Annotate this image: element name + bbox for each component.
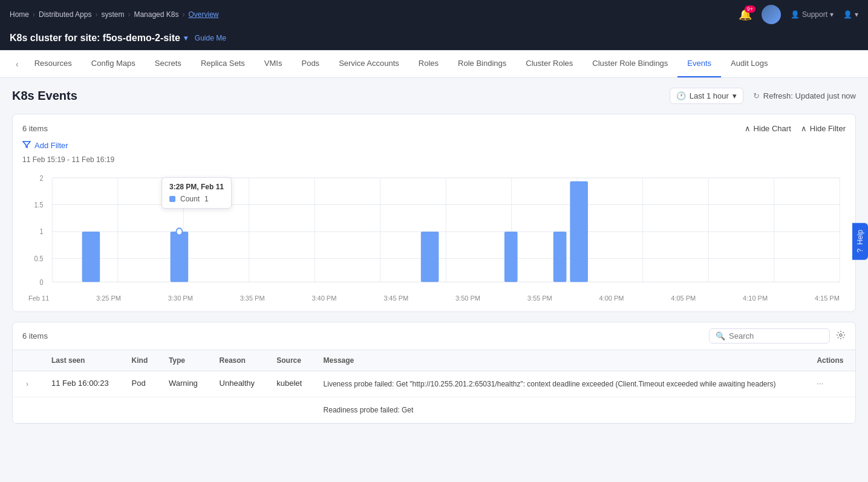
chart-card: 6 items ∧ Hide Chart ∧ Hide Filter Add F… bbox=[12, 114, 856, 312]
hide-filter-label: Hide Filter bbox=[810, 124, 846, 133]
settings-button[interactable] bbox=[836, 330, 846, 342]
refresh-button[interactable]: ↻ Refresh: Updated just now bbox=[753, 91, 856, 100]
search-box: 🔍 bbox=[709, 328, 830, 344]
svg-text:0: 0 bbox=[39, 278, 43, 286]
svg-rect-26 bbox=[421, 232, 439, 282]
cell-message: Liveness probe failed: Get "http://10.25… bbox=[314, 371, 808, 397]
x-label-6: 3:50 PM bbox=[455, 295, 480, 302]
cluster-title: K8s cluster for site: f5os-demo-2-site ▾ bbox=[10, 33, 188, 44]
x-label-11: 4:15 PM bbox=[815, 295, 840, 302]
svg-rect-27 bbox=[504, 232, 518, 282]
support-icon: 👤 bbox=[791, 10, 800, 19]
svg-rect-23 bbox=[82, 232, 100, 282]
guide-me-button[interactable]: Guide Me bbox=[195, 34, 226, 42]
cell-type: Warning bbox=[159, 371, 210, 397]
x-label-1: 3:25 PM bbox=[96, 295, 121, 302]
tab-config-maps[interactable]: Config Maps bbox=[82, 50, 145, 77]
tab-vmis[interactable]: VMIs bbox=[255, 50, 292, 77]
tab-pods[interactable]: Pods bbox=[292, 50, 329, 77]
svg-text:1.5: 1.5 bbox=[34, 201, 43, 209]
col-last-seen: Last seen bbox=[42, 350, 122, 371]
x-label-7: 3:55 PM bbox=[527, 295, 552, 302]
filter-icon bbox=[22, 140, 31, 151]
user-button[interactable]: 👤 ▾ bbox=[843, 10, 858, 19]
question-icon: ? bbox=[856, 249, 864, 253]
chart-items-count: 6 items bbox=[22, 124, 48, 133]
cell-actions-2 bbox=[807, 397, 855, 423]
hide-chart-button[interactable]: ∧ Hide Chart bbox=[745, 124, 791, 133]
table-controls: 🔍 bbox=[709, 328, 846, 344]
col-reason: Reason bbox=[210, 350, 267, 371]
col-type: Type bbox=[159, 350, 210, 371]
notifications-button[interactable]: 🔔 9+ bbox=[739, 8, 752, 21]
time-filter-label: Last 1 hour bbox=[690, 91, 729, 100]
main-content: K8s Events 🕐 Last 1 hour ▾ ↻ Refresh: Up… bbox=[0, 78, 868, 434]
svg-rect-29 bbox=[570, 181, 588, 282]
tab-roles[interactable]: Roles bbox=[409, 50, 448, 77]
support-button[interactable]: 👤 Support ▾ bbox=[791, 10, 834, 19]
col-actions: Actions bbox=[807, 350, 855, 371]
cell-reason-2 bbox=[210, 397, 267, 423]
table-section: 6 items 🔍 Last seen Ki bbox=[12, 322, 856, 424]
breadcrumb-home[interactable]: Home bbox=[10, 10, 29, 19]
tab-cluster-role-bindings[interactable]: Cluster Role Bindings bbox=[582, 50, 677, 77]
page-header: K8s Events 🕐 Last 1 hour ▾ ↻ Refresh: Up… bbox=[12, 88, 856, 104]
expand-row-button[interactable]: › bbox=[22, 379, 32, 389]
sep3: › bbox=[128, 10, 130, 19]
x-label-3: 3:35 PM bbox=[240, 295, 265, 302]
tab-service-accounts[interactable]: Service Accounts bbox=[329, 50, 409, 77]
table-row: Readiness probe failed: Get bbox=[13, 397, 855, 423]
nav-tabs: ‹ Resources Config Maps Secrets Replica … bbox=[0, 50, 868, 78]
notification-badge: 9+ bbox=[745, 5, 755, 13]
svg-point-25 bbox=[176, 228, 182, 235]
user-icon: 👤 bbox=[843, 10, 852, 19]
page-actions: 🕐 Last 1 hour ▾ ↻ Refresh: Updated just … bbox=[670, 88, 856, 104]
breadcrumb-overview[interactable]: Overview bbox=[188, 10, 218, 19]
refresh-icon: ↻ bbox=[753, 91, 760, 100]
cell-source: kubelet bbox=[267, 371, 313, 397]
sep4: › bbox=[182, 10, 184, 19]
tab-role-bindings[interactable]: Role Bindings bbox=[448, 50, 516, 77]
x-label-10: 4:10 PM bbox=[743, 295, 768, 302]
x-label-0: Feb 11 bbox=[28, 295, 49, 302]
x-label-9: 4:05 PM bbox=[671, 295, 696, 302]
tab-replica-sets[interactable]: Replica Sets bbox=[191, 50, 255, 77]
refresh-label: Refresh: Updated just now bbox=[763, 91, 856, 100]
tab-events[interactable]: Events bbox=[677, 50, 721, 77]
x-label-8: 4:00 PM bbox=[599, 295, 624, 302]
breadcrumb-system[interactable]: system bbox=[101, 10, 124, 19]
help-button[interactable]: ? Help bbox=[852, 223, 868, 259]
avatar[interactable] bbox=[762, 5, 781, 24]
search-input[interactable] bbox=[729, 331, 823, 340]
breadcrumb: Home › Distributed Apps › system › Manag… bbox=[10, 10, 219, 19]
table-row: › 11 Feb 16:00:23 Pod Warning Unhealthy … bbox=[13, 371, 855, 397]
table-header: Last seen Kind Type Reason Source Messag… bbox=[13, 350, 855, 371]
svg-rect-28 bbox=[553, 232, 567, 282]
chart-x-labels: Feb 11 3:25 PM 3:30 PM 3:35 PM 3:40 PM 3… bbox=[22, 295, 846, 302]
add-filter-button[interactable]: Add Filter bbox=[22, 140, 68, 151]
support-label: Support bbox=[802, 10, 827, 19]
time-filter-button[interactable]: 🕐 Last 1 hour ▾ bbox=[670, 88, 743, 104]
hide-filter-button[interactable]: ∧ Hide Filter bbox=[801, 124, 846, 133]
tab-audit-logs[interactable]: Audit Logs bbox=[721, 50, 777, 77]
hide-chart-label: Hide Chart bbox=[754, 124, 791, 133]
breadcrumb-managed[interactable]: Managed K8s bbox=[134, 10, 178, 19]
tab-secrets[interactable]: Secrets bbox=[145, 50, 191, 77]
card-actions: ∧ Hide Chart ∧ Hide Filter bbox=[745, 124, 846, 133]
svg-text:2: 2 bbox=[39, 174, 43, 182]
sep2: › bbox=[95, 10, 97, 19]
breadcrumb-distributed[interactable]: Distributed Apps bbox=[39, 10, 91, 19]
tab-cluster-roles[interactable]: Cluster Roles bbox=[516, 50, 582, 77]
tab-resources[interactable]: Resources bbox=[25, 50, 82, 77]
user-chevron: ▾ bbox=[855, 10, 858, 19]
svg-text:1: 1 bbox=[39, 228, 43, 236]
col-source: Source bbox=[267, 350, 313, 371]
cell-last-seen-2 bbox=[42, 397, 122, 423]
nav-left-arrow[interactable]: ‹ bbox=[10, 51, 25, 77]
x-label-4: 3:40 PM bbox=[312, 295, 336, 302]
chart-svg: 2 1.5 1 0.5 0 bbox=[22, 171, 846, 292]
top-header: Home › Distributed Apps › system › Manag… bbox=[0, 0, 868, 29]
svg-point-30 bbox=[840, 334, 842, 336]
cell-kind: Pod bbox=[122, 371, 159, 397]
events-table: Last seen Kind Type Reason Source Messag… bbox=[13, 350, 855, 423]
